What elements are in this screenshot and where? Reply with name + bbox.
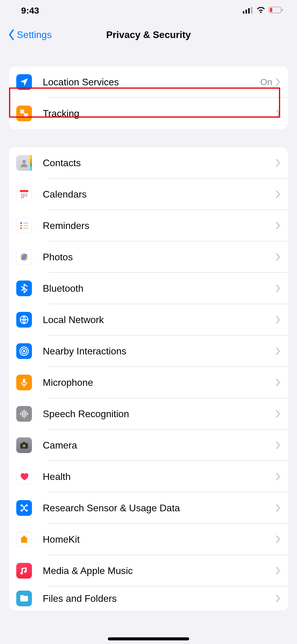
svg-rect-46 <box>23 442 26 444</box>
research-icon <box>16 500 32 516</box>
row-label: Microphone <box>43 377 275 388</box>
svg-rect-24 <box>23 223 28 224</box>
svg-rect-1 <box>245 10 247 14</box>
chevron-right-icon <box>275 410 281 418</box>
svg-point-45 <box>23 445 25 447</box>
chevron-right-icon <box>275 190 281 198</box>
row-label: Photos <box>43 252 275 263</box>
svg-point-14 <box>26 194 27 195</box>
row-tracking[interactable]: Tracking <box>9 98 288 129</box>
nav-bar: Settings Privacy & Security <box>0 21 297 48</box>
chevron-right-icon <box>275 535 281 544</box>
row-media[interactable]: Media & Apple Music <box>9 555 288 586</box>
row-homekit[interactable]: HomeKit <box>9 524 288 555</box>
nearby-icon <box>16 343 32 359</box>
row-photos[interactable]: Photos <box>9 241 288 273</box>
chevron-right-icon <box>275 159 281 167</box>
svg-rect-5 <box>282 9 283 11</box>
svg-point-20 <box>23 195 24 197</box>
settings-group-1: Location Services On Tracking <box>9 66 288 129</box>
row-label: Contacts <box>43 157 275 169</box>
svg-point-19 <box>23 197 24 198</box>
reminders-icon <box>16 218 32 233</box>
svg-point-22 <box>20 225 22 227</box>
files-icon <box>16 591 32 606</box>
chevron-right-icon <box>275 316 281 324</box>
chevron-right-icon <box>275 504 281 512</box>
chevron-right-icon <box>275 347 281 355</box>
row-detail: On <box>260 77 272 87</box>
page-title: Privacy & Security <box>0 29 297 40</box>
svg-point-13 <box>24 194 25 195</box>
chevron-right-icon <box>275 284 281 293</box>
row-camera[interactable]: Camera <box>9 430 288 461</box>
chevron-right-icon <box>275 594 281 603</box>
row-label: Local Network <box>43 314 275 325</box>
homekit-icon <box>16 531 32 547</box>
wifi-icon <box>256 5 266 16</box>
tracking-icon <box>16 106 32 121</box>
row-health[interactable]: Health <box>9 461 288 492</box>
row-label: Files and Folders <box>43 593 275 604</box>
chevron-right-icon <box>275 378 281 387</box>
row-label: Research Sensor & Usage Data <box>43 503 275 514</box>
contacts-icon <box>16 155 32 171</box>
chevron-right-icon <box>275 109 281 118</box>
battery-low-icon <box>269 5 283 16</box>
row-local-network[interactable]: Local Network <box>9 304 288 335</box>
svg-rect-37 <box>23 379 26 383</box>
row-calendars[interactable]: Calendars <box>9 179 288 210</box>
chevron-right-icon <box>275 441 281 449</box>
row-label: Tracking <box>43 108 275 119</box>
microphone-icon <box>16 375 32 390</box>
row-label: Calendars <box>43 189 275 200</box>
row-label: Bluetooth <box>43 283 275 294</box>
row-microphone[interactable]: Microphone <box>9 367 288 398</box>
svg-point-12 <box>23 194 24 195</box>
camera-icon <box>16 437 32 453</box>
svg-rect-0 <box>243 11 244 14</box>
svg-rect-2 <box>248 8 250 14</box>
svg-point-21 <box>20 222 22 224</box>
home-indicator[interactable] <box>108 637 189 640</box>
svg-rect-25 <box>23 225 28 226</box>
row-label: Camera <box>43 440 275 451</box>
bluetooth-icon <box>16 281 32 296</box>
svg-rect-6 <box>270 8 272 12</box>
svg-point-9 <box>22 160 26 163</box>
row-label: Reminders <box>43 220 275 231</box>
svg-point-17 <box>26 195 27 196</box>
status-right <box>243 5 283 16</box>
chevron-right-icon <box>275 253 281 261</box>
row-contacts[interactable]: Contacts <box>9 147 288 179</box>
row-label: Speech Recognition <box>43 408 275 420</box>
svg-point-16 <box>24 195 25 196</box>
row-label: Health <box>43 471 275 482</box>
chevron-right-icon <box>275 566 281 575</box>
globe-icon <box>16 312 32 328</box>
row-label: Location Services <box>43 77 260 88</box>
media-icon <box>16 563 32 579</box>
settings-group-2: Contacts Calendars Reminders Photos Blue… <box>9 147 288 611</box>
svg-point-34 <box>23 350 25 352</box>
health-icon <box>16 469 32 484</box>
svg-rect-3 <box>251 7 252 14</box>
row-bluetooth[interactable]: Bluetooth <box>9 273 288 304</box>
row-speech-recognition[interactable]: Speech Recognition <box>9 398 288 430</box>
row-files-folders[interactable]: Files and Folders <box>9 586 288 611</box>
svg-point-18 <box>21 197 22 198</box>
row-research[interactable]: Research Sensor & Usage Data <box>9 492 288 524</box>
row-label: Nearby Interactions <box>43 346 275 357</box>
location-icon <box>16 74 32 90</box>
chevron-right-icon <box>275 78 281 86</box>
cellular-icon <box>243 5 253 16</box>
svg-rect-8 <box>24 114 27 117</box>
status-bar: 9:43 <box>0 0 297 21</box>
status-time: 9:43 <box>21 5 39 16</box>
row-label: Media & Apple Music <box>43 565 275 576</box>
svg-rect-7 <box>21 110 24 113</box>
row-reminders[interactable]: Reminders <box>9 210 288 241</box>
row-nearby-interactions[interactable]: Nearby Interactions <box>9 335 288 367</box>
row-location-services[interactable]: Location Services On <box>9 66 288 98</box>
chevron-right-icon <box>275 472 281 481</box>
